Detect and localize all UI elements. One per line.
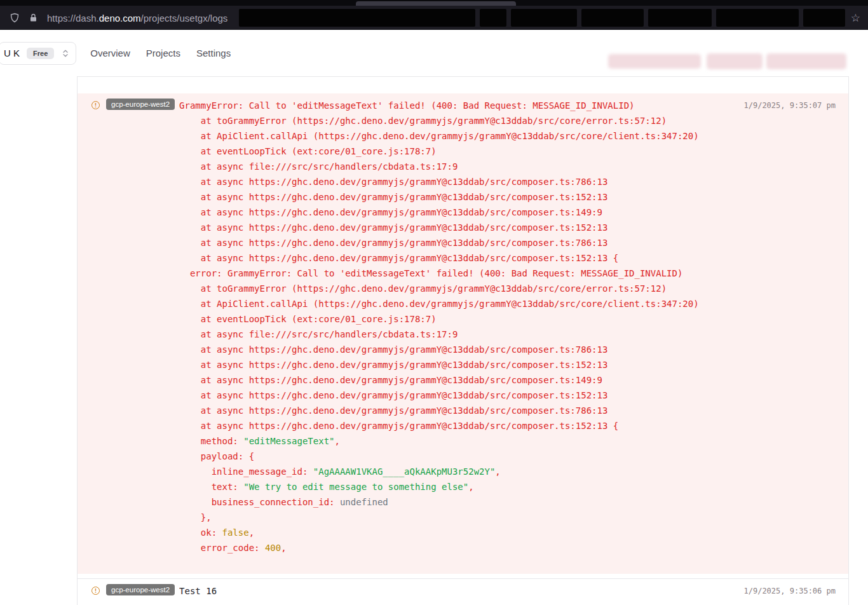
lock-icon[interactable] xyxy=(26,11,40,25)
redacted-block xyxy=(803,9,845,27)
warning-icon: ! xyxy=(92,101,100,109)
active-tab[interactable] xyxy=(356,1,516,6)
redacted-block xyxy=(716,9,799,27)
bookmark-star-icon[interactable]: ☆ xyxy=(851,13,860,24)
log-list-top-spacer xyxy=(78,77,848,93)
redacted-block xyxy=(239,9,475,27)
log-message: Test 16 xyxy=(179,583,217,599)
redacted-block xyxy=(608,54,701,69)
org-name: U K xyxy=(4,48,20,58)
nav-settings[interactable]: Settings xyxy=(196,48,231,58)
redacted-block xyxy=(581,9,644,27)
log-list[interactable]: !gcp-europe-west2GrammyError: Call to 'e… xyxy=(77,76,849,605)
browser-chrome: https://dash.deno.com/projects/usetgx/lo… xyxy=(0,0,868,30)
log-row: !gcp-europe-west2Test 161/9/2025, 9:35:0… xyxy=(78,578,848,605)
nav-projects[interactable]: Projects xyxy=(146,48,180,58)
nav-overview[interactable]: Overview xyxy=(90,48,130,58)
url-scheme-subdomain: https://dash. xyxy=(47,13,99,24)
redacted-block xyxy=(648,9,712,27)
tracking-shield-icon[interactable] xyxy=(8,11,22,25)
browser-urlbar-row: https://dash.deno.com/projects/usetgx/lo… xyxy=(0,6,868,30)
log-timestamp: 1/9/2025, 9:35:07 pm xyxy=(734,101,836,110)
main-area: !gcp-europe-west2GrammyError: Call to 'e… xyxy=(0,76,868,605)
log-row: !gcp-europe-west2GrammyError: Call to 'e… xyxy=(78,93,848,574)
log-timestamp: 1/9/2025, 9:35:06 pm xyxy=(734,587,836,595)
redacted-block xyxy=(480,9,506,27)
main-nav: Overview Projects Settings xyxy=(90,48,231,58)
org-selector[interactable]: U K Free xyxy=(0,42,76,65)
app-header: U K Free Overview Projects Settings xyxy=(0,30,868,76)
url-bar[interactable]: https://dash.deno.com/projects/usetgx/lo… xyxy=(47,13,227,24)
chevron-up-down-icon xyxy=(61,49,70,58)
warning-icon: ! xyxy=(92,587,100,595)
url-domain: deno.com xyxy=(99,13,141,24)
plan-badge: Free xyxy=(27,48,54,59)
url-path: /projects/usetgx/logs xyxy=(141,13,228,24)
redacted-block xyxy=(766,53,846,69)
region-badge: gcp-europe-west2 xyxy=(106,99,175,110)
redacted-block xyxy=(707,53,763,69)
region-badge: gcp-europe-west2 xyxy=(106,584,175,595)
browser-tab-strip xyxy=(0,0,868,6)
redacted-block xyxy=(511,9,577,27)
log-message: GrammyError: Call to 'editMessageText' f… xyxy=(179,98,699,555)
